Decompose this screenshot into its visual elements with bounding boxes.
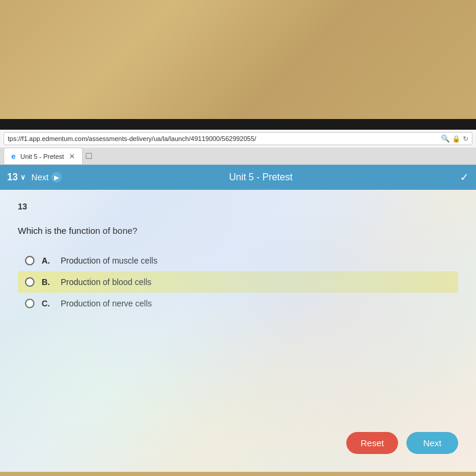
- option-a[interactable]: A. Production of muscle cells: [18, 250, 458, 271]
- browser-chrome: tps://f1.app.edmentum.com/assessments-de…: [0, 130, 476, 165]
- option-b-text: Production of blood cells: [61, 277, 152, 287]
- toolbar-next-arrow-icon: ▶: [51, 172, 62, 183]
- next-button[interactable]: Next: [406, 432, 458, 454]
- toolbar-next-button[interactable]: Next ▶: [32, 172, 62, 183]
- browser-icon: e: [11, 152, 15, 161]
- option-c[interactable]: C. Production of nerve cells: [18, 293, 458, 314]
- option-c-label: C.: [42, 299, 54, 308]
- tab-title: Unit 5 - Pretest: [20, 153, 64, 160]
- option-c-radio[interactable]: [25, 299, 35, 308]
- question-number-label: 13: [18, 202, 458, 211]
- action-buttons: Reset Next: [346, 432, 458, 454]
- main-content: 13 Which is the function of bone? A. Pro…: [0, 190, 476, 472]
- option-a-text: Production of muscle cells: [61, 256, 158, 265]
- question-text: Which is the function of bone?: [18, 226, 458, 236]
- lock-icon: 🔒: [452, 135, 461, 143]
- app-toolbar: 13 ∨ Next ▶ Unit 5 - Pretest ✓: [0, 165, 476, 190]
- option-b-label: B.: [42, 277, 54, 287]
- active-tab[interactable]: e Unit 5 - Pretest ✕: [4, 148, 83, 164]
- toolbar-title: Unit 5 - Pretest: [68, 172, 454, 183]
- tab-bar: e Unit 5 - Pretest ✕ □: [0, 148, 476, 164]
- tab-close-button[interactable]: ✕: [69, 152, 75, 161]
- address-bar[interactable]: tps://f1.app.edmentum.com/assessments-de…: [4, 132, 472, 145]
- question-number-nav[interactable]: 13 ∨: [7, 172, 26, 183]
- option-b-radio[interactable]: [25, 277, 35, 287]
- toolbar-next-label: Next: [32, 173, 49, 182]
- option-c-text: Production of nerve cells: [61, 299, 152, 308]
- chevron-down-icon: ∨: [20, 173, 26, 181]
- monitor-bezel: [0, 119, 476, 130]
- toolbar-check-icon: ✓: [460, 171, 469, 184]
- reset-button[interactable]: Reset: [346, 432, 398, 454]
- question-number: 13: [7, 172, 18, 183]
- option-b[interactable]: B. Production of blood cells: [18, 271, 458, 293]
- options-list: A. Production of muscle cells B. Product…: [18, 250, 458, 314]
- option-a-radio[interactable]: [25, 256, 35, 265]
- new-tab-button[interactable]: □: [86, 151, 92, 161]
- search-icon: 🔍: [441, 134, 450, 143]
- address-text: tps://f1.app.edmentum.com/assessments-de…: [8, 135, 256, 142]
- option-a-label: A.: [42, 256, 54, 265]
- refresh-icon: ↻: [463, 135, 468, 143]
- address-bar-row: tps://f1.app.edmentum.com/assessments-de…: [0, 130, 476, 148]
- wall-background: [0, 0, 476, 119]
